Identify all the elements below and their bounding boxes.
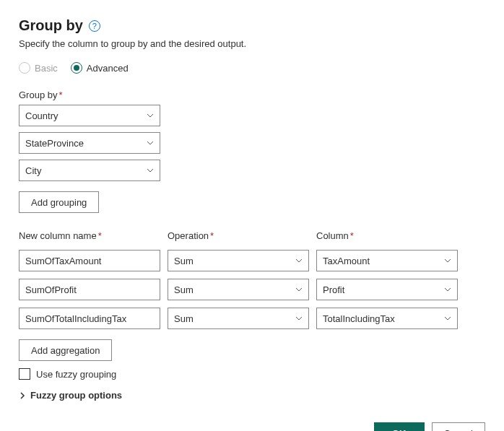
group-by-dropdown-2[interactable]: City [19,160,160,181]
aggregation-headers: New column name* Operation* Column* [19,230,485,245]
dropdown-value: TaxAmount [323,256,370,266]
column-dropdown[interactable]: TaxAmount [316,250,458,271]
chevron-down-icon [444,286,451,293]
add-grouping-button[interactable]: Add grouping [19,191,99,213]
cancel-button[interactable]: Cancel [432,422,485,431]
chevron-down-icon [147,112,154,119]
dialog-title: Group by [19,17,83,34]
fuzzy-grouping-checkbox[interactable]: Use fuzzy grouping [19,368,485,380]
required-asterisk: * [58,90,62,100]
column-header: Column* [316,230,458,241]
radio-circle-icon [19,62,30,74]
dropdown-value: StateProvince [25,138,84,149]
operation-dropdown[interactable]: Sum [168,308,309,329]
chevron-down-icon [295,257,303,264]
chevron-down-icon [295,286,303,293]
radio-advanced[interactable]: Advanced [71,62,129,74]
column-dropdown[interactable]: Profit [316,279,458,300]
operation-dropdown[interactable]: Sum [168,250,309,271]
ok-button[interactable]: OK [374,422,425,431]
dialog-footer: OK Cancel [19,422,485,431]
group-by-dropdown-1[interactable]: StateProvince [19,132,160,154]
new-column-name-header: New column name* [19,230,160,241]
fuzzy-options-toggle[interactable]: Fuzzy group options [19,390,485,401]
radio-basic-label: Basic [35,63,58,74]
chevron-down-icon [444,257,451,264]
column-dropdown[interactable]: TotalIncludingTax [316,308,458,329]
aggregation-row: SumOfTaxAmount Sum TaxAmount [19,250,485,271]
dropdown-value: Sum [174,284,194,295]
radio-advanced-label: Advanced [87,63,129,74]
radio-circle-icon [71,62,82,74]
chevron-down-icon [147,139,154,147]
aggregation-row: SumOfProfit Sum Profit [19,279,485,300]
radio-basic[interactable]: Basic [19,62,58,74]
chevron-down-icon [295,315,303,322]
mode-radio-group: Basic Advanced [19,62,485,74]
fuzzy-options-label: Fuzzy group options [30,390,122,401]
operation-header: Operation* [168,230,309,241]
aggregation-row: SumOfTotalIncludingTax Sum TotalIncludin… [19,308,485,329]
group-by-columns: Country StateProvince City [19,105,485,181]
dropdown-value: TotalIncludingTax [323,313,395,324]
dropdown-value: Country [25,110,58,121]
checkbox-icon [19,368,30,380]
group-by-dropdown-0[interactable]: Country [19,105,160,126]
new-column-name-input[interactable]: SumOfTotalIncludingTax [19,308,160,329]
dropdown-value: Profit [323,284,344,295]
help-icon[interactable]: ? [89,20,100,32]
dropdown-value: Sum [174,256,194,266]
new-column-name-input[interactable]: SumOfTaxAmount [19,250,160,271]
group-by-label: Group by* [19,90,485,100]
new-column-name-input[interactable]: SumOfProfit [19,279,160,300]
chevron-down-icon [444,315,451,322]
chevron-down-icon [147,167,154,174]
aggregation-rows: SumOfTaxAmount Sum TaxAmount SumOfProfit… [19,250,485,329]
dialog-subtitle: Specify the column to group by and the d… [19,38,485,49]
add-aggregation-button[interactable]: Add aggregation [19,339,112,361]
operation-dropdown[interactable]: Sum [168,279,309,300]
chevron-right-icon [19,392,26,399]
fuzzy-grouping-label: Use fuzzy grouping [36,369,116,380]
dropdown-value: Sum [174,313,194,324]
dropdown-value: City [25,165,41,176]
